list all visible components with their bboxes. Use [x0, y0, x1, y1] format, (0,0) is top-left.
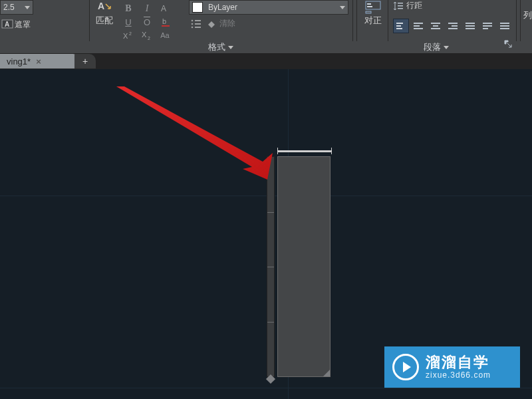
superscript-button[interactable]: X2	[121, 28, 136, 43]
ruler-handle-diamond-icon[interactable]	[266, 374, 275, 384]
column-label-cut: 列	[523, 9, 532, 21]
underline-button[interactable]: U	[121, 15, 136, 29]
format-panel-title[interactable]: 格式	[89, 41, 352, 53]
svg-rect-26	[414, 23, 423, 24]
panel-separator	[89, 0, 90, 41]
paragraph-panel-title[interactable]: 段落	[356, 41, 516, 53]
chevron-down-icon	[25, 6, 30, 9]
mtext-ruler-vertical[interactable]	[267, 156, 275, 377]
bullet-list-button[interactable]	[189, 16, 203, 31]
svg-point-12	[192, 23, 194, 25]
svg-rect-43	[500, 28, 509, 29]
plus-icon: +	[82, 56, 88, 66]
panel-separator	[356, 0, 357, 41]
bylayer-label: ByLayer	[208, 3, 337, 12]
bold-button[interactable]: B	[121, 1, 136, 16]
color-bylayer-dropdown[interactable]: ByLayer	[189, 0, 348, 15]
mask-button[interactable]: A 遮罩	[0, 19, 31, 31]
change-case-button[interactable]: Aa	[158, 28, 173, 43]
drawing-tabstrip: ving1* × +	[0, 54, 532, 69]
svg-point-10	[192, 20, 194, 22]
column-button-cut[interactable]: 列	[523, 9, 532, 21]
svg-point-14	[192, 27, 194, 29]
align-center-button[interactable]	[428, 19, 444, 33]
svg-rect-31	[431, 28, 440, 29]
match-properties-icon: A	[97, 0, 112, 15]
justify-label: 对正	[364, 15, 382, 27]
svg-rect-18	[367, 6, 372, 7]
mask-label: 遮罩	[15, 19, 31, 31]
align-last-button[interactable]	[497, 19, 513, 33]
font-button[interactable]: A	[158, 1, 173, 16]
svg-text:X: X	[123, 32, 128, 40]
svg-rect-35	[466, 23, 475, 24]
svg-rect-19	[366, 11, 371, 13]
justify-button[interactable]: 对正	[362, 0, 384, 29]
svg-text:b: b	[162, 17, 166, 25]
watermark-title: 溜溜自学	[426, 354, 491, 370]
italic-button[interactable]: I	[140, 1, 154, 16]
svg-rect-5	[162, 25, 170, 27]
panel-separator	[516, 0, 517, 41]
text-mask-icon: A	[0, 19, 15, 31]
close-icon[interactable]: ×	[36, 57, 41, 66]
text-style-row-3: X2 X2 Aa	[121, 28, 173, 43]
panel-separator	[352, 0, 353, 41]
mtext-edit-box[interactable]	[277, 156, 331, 377]
align-distribute-button[interactable]	[479, 19, 495, 33]
paragraph-panel-launcher[interactable]	[504, 40, 515, 48]
linespacing-icon	[393, 1, 404, 11]
list-clear-row: 清除	[189, 16, 237, 31]
paragraph-align-row	[393, 19, 513, 33]
match-label: 匹配	[96, 15, 113, 27]
chevron-down-icon	[444, 46, 449, 49]
svg-rect-16	[366, 1, 380, 9]
color-swatch-icon	[192, 2, 203, 13]
annotation-arrow	[116, 86, 289, 186]
linespacing-label: 行距	[406, 0, 422, 11]
mtext-editor[interactable]	[265, 150, 332, 377]
match-properties-button[interactable]: A 匹配	[94, 0, 114, 29]
text-style-row-1: B I A	[121, 1, 173, 16]
svg-rect-41	[500, 23, 509, 24]
panel-separator	[388, 0, 388, 41]
svg-rect-34	[448, 28, 458, 29]
svg-rect-20	[398, 3, 403, 4]
svg-text:X: X	[142, 31, 147, 39]
text-color-button[interactable]: b	[158, 15, 173, 29]
svg-rect-30	[433, 25, 438, 27]
grid-line	[0, 388, 532, 388]
clear-label: 清除	[219, 18, 235, 29]
subscript-button[interactable]: X2	[140, 28, 154, 43]
svg-rect-42	[500, 25, 509, 27]
svg-marker-44	[116, 86, 273, 180]
svg-rect-22	[398, 8, 403, 9]
align-justify-button[interactable]	[462, 19, 478, 33]
clear-format-button[interactable]: 清除	[206, 16, 237, 31]
svg-rect-38	[483, 23, 492, 24]
new-tab-button[interactable]: +	[74, 54, 96, 68]
align-right-button[interactable]	[445, 19, 461, 33]
svg-rect-39	[483, 25, 492, 27]
text-style-row-2: U O b	[121, 15, 173, 29]
drawing-tab-active[interactable]: ving1* ×	[0, 54, 77, 68]
align-left-button[interactable]	[410, 19, 426, 33]
mtext-ruler-horizontal[interactable]	[277, 150, 332, 152]
resize-handle-icon[interactable]	[323, 370, 330, 376]
model-viewport[interactable]: 溜溜自学 zixue.3d66.com	[0, 69, 532, 399]
svg-rect-28	[414, 28, 423, 29]
text-height-dropdown[interactable]: 2.5	[0, 0, 33, 15]
chevron-down-icon	[228, 46, 233, 49]
svg-rect-23	[396, 23, 403, 24]
svg-text:A: A	[161, 4, 166, 13]
svg-rect-36	[466, 25, 475, 27]
svg-text:2: 2	[129, 31, 132, 36]
svg-rect-25	[396, 28, 402, 29]
align-top-left-button[interactable]	[393, 19, 409, 33]
svg-rect-21	[398, 5, 403, 7]
svg-rect-17	[367, 3, 371, 5]
overline-button[interactable]: O	[140, 15, 154, 29]
justify-icon	[364, 0, 382, 15]
watermark-badge: 溜溜自学 zixue.3d66.com	[384, 346, 520, 388]
linespacing-button[interactable]: 行距	[393, 0, 425, 11]
